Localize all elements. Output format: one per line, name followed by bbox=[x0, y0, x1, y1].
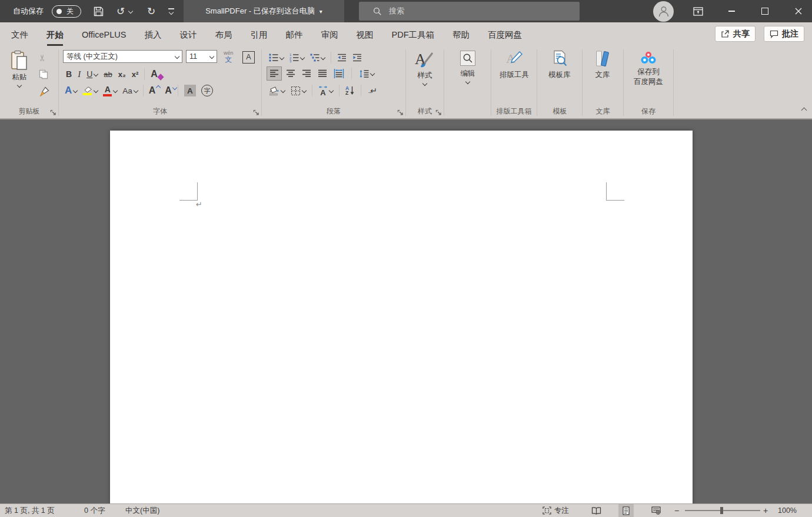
underline-button[interactable]: U bbox=[84, 67, 100, 81]
document-title[interactable]: SmallPDFer - 已保存到这台电脑 ▾ bbox=[184, 0, 344, 22]
font-name-combo[interactable]: 等线 (中文正文) bbox=[63, 50, 182, 63]
comments-button[interactable]: 批注 bbox=[764, 26, 804, 42]
character-shading-button[interactable]: A bbox=[182, 84, 198, 98]
decrease-indent-button[interactable] bbox=[335, 51, 349, 65]
focus-mode-button[interactable]: 专注 bbox=[543, 504, 569, 517]
show-marks-button[interactable]: → ↵ bbox=[365, 84, 380, 98]
maximize-button[interactable] bbox=[751, 0, 778, 22]
autosave-toggle-pill[interactable]: 关 bbox=[52, 5, 81, 18]
shrink-font-button[interactable]: A bbox=[162, 84, 174, 98]
word-count[interactable]: 0 个字 bbox=[84, 504, 105, 517]
zoom-slider-thumb[interactable] bbox=[720, 507, 723, 514]
tab-references[interactable]: 引用 bbox=[251, 22, 268, 47]
clipboard-dialog-launcher[interactable] bbox=[50, 109, 56, 116]
superscript-button[interactable]: x² bbox=[129, 67, 141, 81]
language-indicator[interactable]: 中文(中国) bbox=[125, 504, 159, 517]
format-painter-button[interactable] bbox=[36, 85, 52, 99]
tab-home[interactable]: 开始 bbox=[46, 22, 64, 47]
wenku-button[interactable]: 文库 bbox=[587, 50, 618, 80]
zoom-level[interactable]: 100% bbox=[778, 504, 797, 517]
customize-toolbar-button[interactable] bbox=[162, 0, 180, 22]
italic-button[interactable]: I bbox=[75, 67, 83, 81]
layout-tools-button[interactable]: A 排版工具 bbox=[495, 50, 534, 80]
tab-help[interactable]: 帮助 bbox=[452, 22, 470, 47]
align-left-button[interactable] bbox=[267, 66, 282, 81]
zoom-in-button[interactable]: + bbox=[763, 504, 768, 517]
enclose-characters-button[interactable]: 字 bbox=[199, 84, 215, 98]
save-button[interactable] bbox=[89, 0, 107, 22]
redo-button[interactable]: ↻ bbox=[142, 0, 160, 22]
character-border-button[interactable]: A bbox=[240, 50, 257, 64]
asian-layout-button[interactable]: A bbox=[316, 84, 335, 98]
phonetic-guide-button[interactable]: wén 文 bbox=[221, 49, 236, 64]
print-layout-button[interactable] bbox=[618, 504, 634, 517]
change-case-button[interactable]: Aa bbox=[120, 84, 140, 98]
svg-text:3: 3 bbox=[289, 59, 292, 62]
line-spacing-button[interactable] bbox=[357, 66, 377, 81]
autosave-toggle[interactable]: 关 bbox=[52, 0, 81, 22]
chevron-down-icon bbox=[175, 54, 179, 59]
tab-baidu-netdisk[interactable]: 百度网盘 bbox=[488, 22, 522, 47]
paste-icon bbox=[11, 50, 28, 71]
strikethrough-button[interactable]: ab bbox=[101, 67, 114, 81]
bullets-button[interactable] bbox=[267, 51, 286, 65]
close-button[interactable] bbox=[785, 0, 812, 22]
read-mode-button[interactable] bbox=[588, 504, 604, 517]
chevron-down-icon bbox=[17, 83, 22, 88]
font-color-icon: A bbox=[103, 85, 112, 96]
copy-button[interactable] bbox=[36, 67, 51, 81]
collapse-ribbon-button[interactable] bbox=[802, 104, 806, 115]
tab-review[interactable]: 审阅 bbox=[321, 22, 338, 47]
sort-button[interactable]: AZ bbox=[343, 84, 357, 98]
share-button[interactable]: 共享 bbox=[715, 26, 756, 42]
page-indicator[interactable]: 第 1 页, 共 1 页 bbox=[5, 504, 55, 517]
multilevel-list-button[interactable] bbox=[308, 51, 327, 65]
tab-design[interactable]: 设计 bbox=[180, 22, 197, 47]
subscript-button[interactable]: x₂ bbox=[116, 67, 128, 81]
search-input[interactable]: 搜索 bbox=[359, 2, 580, 21]
styles-button[interactable]: A 样式 bbox=[411, 51, 438, 85]
align-right-button[interactable] bbox=[299, 66, 314, 81]
cut-button[interactable]: ✂ bbox=[36, 51, 49, 65]
clear-formatting-button[interactable]: A bbox=[148, 67, 160, 81]
borders-button[interactable] bbox=[288, 84, 308, 98]
web-layout-button[interactable] bbox=[648, 504, 664, 517]
undo-dropdown[interactable] bbox=[129, 0, 132, 22]
tab-insert[interactable]: 插入 bbox=[145, 22, 162, 47]
document-area[interactable]: ↵ bbox=[0, 119, 812, 504]
text-effects-button[interactable]: A bbox=[62, 84, 79, 98]
editing-button[interactable]: 编辑 bbox=[454, 51, 481, 84]
template-library-button[interactable]: 模板库 bbox=[542, 50, 577, 80]
paragraph-dialog-launcher[interactable] bbox=[397, 109, 404, 116]
shading-button[interactable] bbox=[267, 84, 287, 98]
editing-icon bbox=[460, 51, 475, 66]
focus-icon bbox=[543, 506, 551, 515]
highlight-button[interactable] bbox=[80, 84, 100, 98]
account-avatar[interactable] bbox=[653, 0, 674, 22]
justify-button[interactable] bbox=[315, 66, 330, 81]
save-to-baidu-button[interactable]: 保存到 百度网盘 bbox=[627, 51, 670, 87]
font-size-combo[interactable]: 11 bbox=[186, 50, 217, 63]
align-center-button[interactable] bbox=[284, 66, 298, 81]
ribbon-display-options-button[interactable] bbox=[690, 0, 706, 22]
bold-button[interactable]: B bbox=[64, 67, 74, 81]
distribute-text-button[interactable] bbox=[331, 66, 347, 81]
document-page[interactable]: ↵ bbox=[110, 131, 693, 505]
numbering-button[interactable]: 123 bbox=[287, 51, 307, 65]
tab-pdf-toolbox[interactable]: PDF工具箱 bbox=[392, 22, 435, 47]
undo-button[interactable]: ↺ bbox=[112, 0, 129, 22]
grow-font-button[interactable]: A bbox=[147, 84, 158, 98]
styles-icon: A bbox=[415, 51, 435, 69]
tab-mailings[interactable]: 邮件 bbox=[286, 22, 303, 47]
font-color-button[interactable]: A bbox=[101, 84, 119, 98]
zoom-out-button[interactable]: − bbox=[674, 504, 679, 517]
tab-file[interactable]: 文件 bbox=[11, 22, 28, 47]
styles-dialog-launcher[interactable] bbox=[435, 109, 442, 116]
tab-officeplus[interactable]: OfficePLUS bbox=[82, 22, 127, 47]
font-dialog-launcher[interactable] bbox=[253, 109, 259, 116]
minimize-button[interactable] bbox=[718, 0, 745, 22]
increase-indent-button[interactable] bbox=[350, 51, 364, 65]
paste-button[interactable]: 粘贴 bbox=[6, 50, 33, 87]
tab-view[interactable]: 视图 bbox=[357, 22, 374, 47]
tab-layout[interactable]: 布局 bbox=[215, 22, 232, 47]
